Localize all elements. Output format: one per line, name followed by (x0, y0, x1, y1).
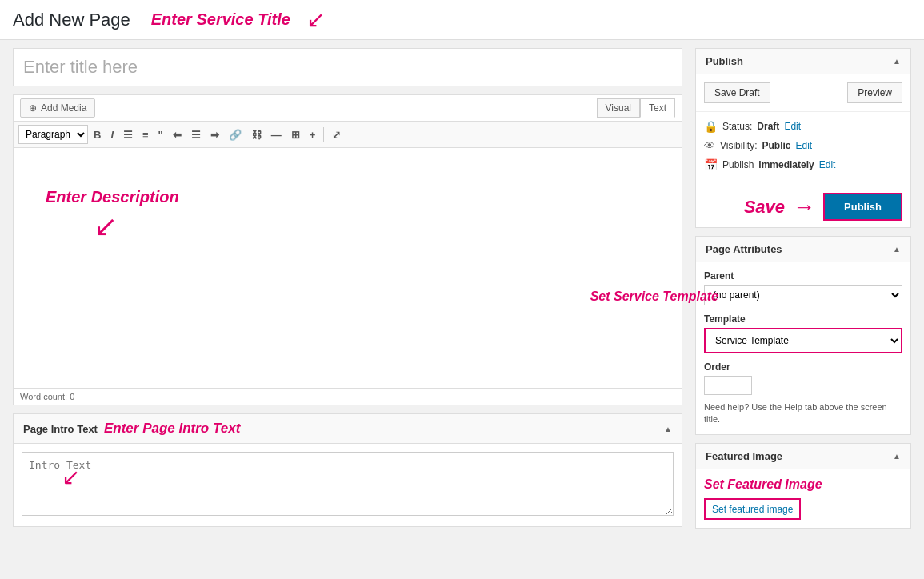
publish-panel-title: Publish (706, 55, 743, 67)
publish-time-edit[interactable]: Edit (819, 159, 836, 170)
template-select[interactable]: Service Template Default Template (706, 329, 901, 352)
visibility-value: Public (762, 140, 790, 151)
publish-panel: Publish Save Draft Preview 🔒 Status: Dra… (695, 48, 911, 228)
ul-button[interactable]: ☰ (119, 126, 137, 143)
editor-annotation-wrapper: Enter Description ↙ (14, 148, 682, 388)
link-button[interactable]: 🔗 (225, 126, 246, 143)
header-annotation-wrapper: Add New Page Enter Service Title ↙ (13, 6, 325, 33)
fullscreen-button[interactable]: ⤢ (328, 126, 345, 143)
table-button[interactable]: ⊞ (287, 126, 304, 143)
status-label: Status: (722, 121, 752, 132)
annotation-description: Enter Description (46, 188, 179, 206)
featured-image-title: Featured Image (706, 450, 782, 462)
page-attributes-title: Page Attributes (706, 243, 782, 255)
order-input[interactable]: 0 (704, 376, 752, 395)
status-edit[interactable]: Edit (784, 121, 801, 132)
tab-visual[interactable]: Visual (597, 98, 640, 118)
publish-collapse-arrow (893, 57, 901, 66)
page-attributes-header[interactable]: Page Attributes (696, 237, 910, 262)
intro-textarea[interactable] (22, 452, 674, 516)
publish-button[interactable]: Publish (823, 193, 902, 221)
annotation-save-arrow: → (793, 194, 815, 220)
calendar-icon: 📅 (704, 158, 718, 171)
tab-text[interactable]: Text (640, 98, 675, 118)
publish-time-row: 📅 Publish immediately Edit (704, 158, 902, 171)
more-button[interactable]: + (306, 126, 320, 143)
attributes-collapse-arrow (893, 245, 901, 254)
add-media-icon: ⊕ (29, 102, 37, 114)
publish-panel-header[interactable]: Publish (696, 49, 910, 74)
intro-arrow: ↙ (62, 464, 80, 490)
order-label: Order (704, 361, 902, 373)
add-media-button[interactable]: ⊕ Add Media (20, 98, 95, 118)
intro-textarea-wrapper: ↙ (22, 452, 674, 518)
align-center-button[interactable]: ☰ (187, 126, 205, 143)
visibility-edit[interactable]: Edit (795, 140, 812, 151)
sidebar: Publish Save Draft Preview 🔒 Status: Dra… (695, 48, 911, 571)
template-label: Template (704, 313, 902, 325)
intro-header: Page Intro Text Enter Page Intro Text (14, 414, 682, 444)
bold-button[interactable]: B (90, 126, 105, 143)
add-media-label: Add Media (41, 102, 86, 114)
annotation-service-title: Enter Service Title (151, 10, 290, 29)
featured-image-panel: Featured Image Set Featured Image Set fe… (695, 443, 911, 529)
ol-button[interactable]: ≡ (138, 126, 153, 143)
toolbar-separator (323, 127, 324, 142)
hr-button[interactable]: — (267, 126, 286, 143)
set-featured-image-link[interactable]: Set featured image (712, 504, 793, 515)
page-title: Add New Page (13, 10, 130, 30)
featured-body: Set Featured Image Set featured image (696, 469, 910, 528)
annotation-service-template: Set Service Template (590, 290, 718, 303)
editor-tabs: Visual Text (597, 98, 675, 118)
align-right-button[interactable]: ➡ (206, 126, 223, 143)
parent-select[interactable]: (no parent) (704, 285, 902, 305)
paragraph-select[interactable]: Paragraph (18, 125, 88, 144)
set-featured-image-wrapper: Set featured image (704, 498, 801, 520)
annotation-featured-image: Set Featured Image (704, 477, 822, 492)
preview-button[interactable]: Preview (847, 82, 902, 103)
unlink-button[interactable]: ⛓ (247, 126, 266, 143)
annotation-template-wrapper: Set Service Template (590, 290, 718, 304)
editor-top-bar: ⊕ Add Media Visual Text (14, 95, 682, 122)
annotation-save: Save (744, 197, 785, 218)
annotation-page-intro: Enter Page Intro Text (104, 421, 240, 437)
intro-title: Page Intro Text (23, 423, 98, 435)
content-area: ⊕ Add Media Visual Text Paragraph B I ☰ (13, 48, 682, 571)
save-draft-button[interactable]: Save Draft (704, 82, 770, 103)
annotation-arrow-title: ↙ (306, 6, 325, 33)
intro-section: Page Intro Text Enter Page Intro Text ↙ (13, 413, 682, 527)
intro-header-inner: Page Intro Text Enter Page Intro Text (23, 421, 240, 437)
main-layout: ⊕ Add Media Visual Text Paragraph B I ☰ (0, 40, 924, 579)
status-icon: 🔒 (704, 120, 718, 133)
title-input[interactable] (13, 48, 682, 86)
page-wrapper: Add New Page Enter Service Title ↙ ⊕ Add… (0, 0, 924, 579)
page-attributes-panel: Page Attributes Parent (no parent) Set S… (695, 236, 911, 435)
parent-label: Parent (704, 270, 902, 282)
visibility-label: Visibility: (720, 140, 757, 151)
status-row: 🔒 Status: Draft Edit (704, 120, 902, 133)
editor-body[interactable]: Enter Description ↙ (14, 148, 682, 388)
publish-actions: Save Draft Preview (696, 74, 910, 112)
editor-footer: Word count: 0 (14, 388, 682, 405)
featured-image-header[interactable]: Featured Image (696, 444, 910, 469)
attr-help: Need help? Use the Help tab above the sc… (704, 401, 902, 426)
template-select-wrapper: Service Template Default Template (704, 328, 902, 353)
publish-label: Publish (722, 159, 754, 170)
italic-button[interactable]: I (106, 126, 118, 143)
editor-wrapper: ⊕ Add Media Visual Text Paragraph B I ☰ (13, 94, 682, 405)
annotation-desc-arrow: ↙ (94, 210, 179, 243)
visibility-icon: 👁 (704, 139, 715, 152)
featured-annotation-wrapper: Set Featured Image (704, 477, 902, 492)
annotation-description-wrapper: Enter Description ↙ (46, 188, 179, 243)
status-value: Draft (757, 121, 779, 132)
template-wrapper: Set Service Template Template Service Te… (704, 313, 902, 361)
editor-toolbar: Paragraph B I ☰ ≡ " ⬅ ☰ ➡ 🔗 ⛓ — ⊞ + ⤢ (14, 122, 682, 148)
featured-image-collapse-arrow (893, 452, 901, 461)
blockquote-button[interactable]: " (154, 126, 167, 143)
attr-body: Parent (no parent) Set Service Template … (696, 262, 910, 434)
publish-footer: Save → Publish (696, 186, 910, 227)
visibility-row: 👁 Visibility: Public Edit (704, 139, 902, 152)
publish-time: immediately (758, 159, 814, 170)
intro-collapse-arrow[interactable] (664, 425, 672, 433)
align-left-button[interactable]: ⬅ (169, 126, 186, 143)
